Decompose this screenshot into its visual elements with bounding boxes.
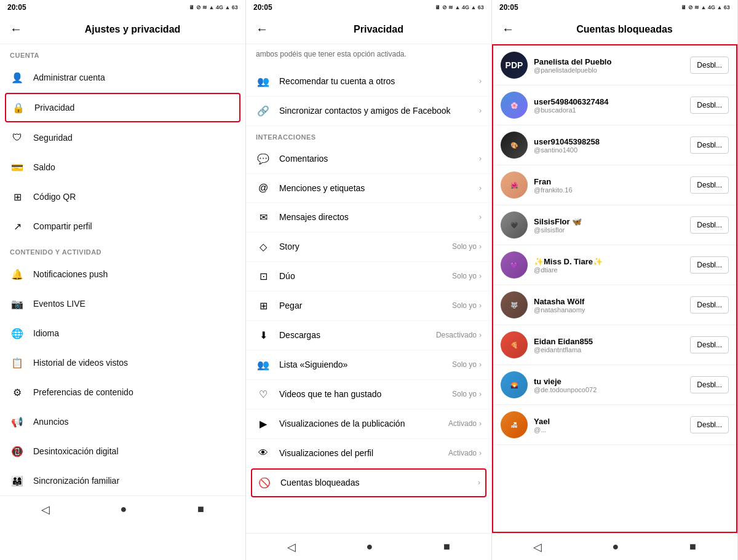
nav-apps-2[interactable]: ■ bbox=[443, 540, 450, 553]
blocked-back-arrow[interactable]: ← bbox=[502, 22, 514, 36]
svg-text:🖥 ⊘ ≋ ▲ 4G ▲ 63%: 🖥 ⊘ ≋ ▲ 4G ▲ 63% bbox=[435, 4, 484, 10]
anuncios-icon: 📢 bbox=[10, 414, 25, 429]
unblock-btn-6[interactable]: Desbl... bbox=[690, 296, 729, 314]
blocked-item-3: 🌺 Fran @frankito.16 Desbl... bbox=[493, 165, 736, 205]
qr-label: Código QR bbox=[33, 192, 76, 202]
blocked-header: ← Cuentas bloqueadas bbox=[492, 15, 737, 44]
nav-apps-3[interactable]: ■ bbox=[689, 540, 696, 553]
unblock-btn-7[interactable]: Desbl... bbox=[690, 336, 729, 353]
unblock-btn-2[interactable]: Desbl... bbox=[690, 136, 729, 154]
idioma-label: Idioma bbox=[33, 328, 59, 338]
blocked-handle-1: @buscadora1 bbox=[534, 106, 685, 114]
comentarios-icon: 💬 bbox=[256, 153, 271, 165]
desintox-label: Desintoxicación digital bbox=[33, 446, 119, 456]
unblock-btn-3[interactable]: Desbl... bbox=[690, 176, 729, 194]
blocked-handle-7: @eidantntflama bbox=[534, 346, 685, 353]
nav-back-3[interactable]: ◁ bbox=[533, 540, 542, 554]
privacy-visualizaciones-pub[interactable]: ▶ Visualizaciones de la publicación Acti… bbox=[246, 409, 491, 439]
menu-historial[interactable]: 📋 Historial de videos vistos bbox=[0, 348, 245, 377]
blocked-name-3: Fran bbox=[534, 177, 685, 186]
menciones-label: Menciones y etiquetas bbox=[279, 183, 479, 193]
svg-text:🖥 ⊘ ≋ ▲ 4G ▲ 63%: 🖥 ⊘ ≋ ▲ 4G ▲ 63% bbox=[681, 4, 730, 10]
blocked-info-5: ✨Miss D. Tiare✨ @dtiare bbox=[534, 257, 685, 274]
status-icons-1: 🖥 ⊘ ≋ ▲ 4G ▲ 63% bbox=[189, 2, 238, 12]
privacy-cuentas-bloqueadas[interactable]: 🚫 Cuentas bloqueadas › bbox=[251, 468, 486, 497]
privacy-mensajes[interactable]: ✉ Mensajes directos › bbox=[246, 203, 491, 232]
panel-blocked: 20:05 🖥 ⊘ ≋ ▲ 4G ▲ 63% ← Cuentas bloquea… bbox=[492, 0, 738, 560]
unblock-btn-4[interactable]: Desbl... bbox=[690, 216, 729, 234]
privacy-visualizaciones-perfil[interactable]: 👁 Visualizaciones del perfil Activado › bbox=[246, 439, 491, 468]
blocked-item-8: 🌄 tu vieje @de.todounpoco072 Desbl... bbox=[493, 365, 736, 405]
menu-notificaciones[interactable]: 🔔 Notificaciones push bbox=[0, 259, 245, 289]
historial-icon: 📋 bbox=[10, 355, 25, 370]
unblock-btn-5[interactable]: Desbl... bbox=[690, 256, 729, 274]
blocked-handle-3: @frankito.16 bbox=[534, 186, 685, 194]
eventos-icon: 📷 bbox=[10, 296, 25, 311]
privacy-videos-gustado[interactable]: ♡ Videos que te han gustado Solo yo › bbox=[246, 380, 491, 409]
blocked-item-7: 🍕 Eidan Eidan855 @eidantntflama Desbl... bbox=[493, 325, 736, 365]
privacy-comentarios[interactable]: 💬 Comentarios › bbox=[246, 144, 491, 174]
unblock-btn-0[interactable]: Desbl... bbox=[690, 57, 729, 74]
blocked-item-6: 🐺 Natasha Wölf @natashanaomy Desbl... bbox=[493, 285, 736, 325]
menciones-chevron: › bbox=[479, 184, 482, 192]
settings-back-arrow[interactable]: ← bbox=[10, 22, 22, 36]
vispub-icon: ▶ bbox=[256, 418, 271, 430]
nav-home-1[interactable]: ● bbox=[121, 503, 127, 516]
blocked-handle-8: @de.todounpoco072 bbox=[534, 386, 685, 393]
privacy-recomendar[interactable]: 👥 Recomendar tu cuenta a otros › bbox=[246, 67, 491, 97]
menu-idioma[interactable]: 🌐 Idioma bbox=[0, 318, 245, 348]
unblock-btn-8[interactable]: Desbl... bbox=[690, 376, 729, 393]
blocked-info-1: user5498406327484 @buscadora1 bbox=[534, 97, 685, 114]
privacy-lista-siguiendo[interactable]: 👥 Lista «Siguiendo» Solo yo › bbox=[246, 350, 491, 380]
visperfil-chevron: › bbox=[479, 449, 482, 457]
nav-apps-1[interactable]: ■ bbox=[197, 503, 204, 516]
menu-anuncios[interactable]: 📢 Anuncios bbox=[0, 407, 245, 436]
blocked-name-7: Eidan Eidan855 bbox=[534, 337, 685, 346]
avatar-1: 🌸 bbox=[501, 92, 528, 119]
privacy-menciones[interactable]: @ Menciones y etiquetas › bbox=[246, 174, 491, 203]
blocked-info-4: SilsisFlor 🦋 @silsisflor bbox=[534, 217, 685, 234]
menu-compartir-perfil[interactable]: ↗ Compartir perfil bbox=[0, 211, 245, 241]
menu-codigo-qr[interactable]: ⊞ Código QR bbox=[0, 182, 245, 211]
privacy-story[interactable]: ◇ Story Solo yo › bbox=[246, 232, 491, 262]
menu-seguridad[interactable]: 🛡 Seguridad bbox=[0, 123, 245, 152]
story-value: Solo yo bbox=[452, 242, 477, 251]
visperfil-value: Activado bbox=[448, 449, 477, 457]
menu-privacidad[interactable]: 🔒 Privacidad bbox=[5, 93, 240, 122]
privacy-pegar[interactable]: ⊞ Pegar Solo yo › bbox=[246, 291, 491, 321]
nav-back-1[interactable]: ◁ bbox=[41, 503, 50, 516]
nav-home-3[interactable]: ● bbox=[613, 540, 619, 553]
lista-value: Solo yo bbox=[452, 360, 477, 369]
menu-eventos-live[interactable]: 📷 Eventos LIVE bbox=[0, 289, 245, 318]
notif-icon: 🔔 bbox=[10, 267, 25, 282]
menu-preferencias[interactable]: ⚙ Preferencias de contenido bbox=[0, 377, 245, 407]
privacy-sincronizar[interactable]: 🔗 Sincronizar contactos y amigos de Face… bbox=[246, 97, 491, 126]
status-bar-1: 20:05 🖥 ⊘ ≋ ▲ 4G ▲ 63% bbox=[0, 0, 245, 15]
pref-icon: ⚙ bbox=[10, 385, 25, 400]
menu-administrar-cuenta[interactable]: 👤 Administrar cuenta bbox=[0, 63, 245, 92]
story-chevron: › bbox=[479, 242, 482, 251]
bottom-nav-3: ◁ ● ■ bbox=[492, 533, 737, 560]
visperfil-label: Visualizaciones del perfil bbox=[279, 448, 448, 458]
privacy-title: Privacidad bbox=[276, 24, 482, 35]
settings-header: ← Ajustes y privacidad bbox=[0, 15, 245, 44]
blocked-name-4: SilsisFlor 🦋 bbox=[534, 217, 685, 226]
privacy-descargas[interactable]: ⬇ Descargas Desactivado › bbox=[246, 321, 491, 350]
nav-back-2[interactable]: ◁ bbox=[287, 540, 296, 554]
menu-sincronizacion[interactable]: 👨‍👩‍👧 Sincronización familiar bbox=[0, 466, 245, 495]
privacy-back-arrow[interactable]: ← bbox=[256, 22, 268, 36]
blocked-item-5: 💜 ✨Miss D. Tiare✨ @dtiare Desbl... bbox=[493, 245, 736, 285]
administrar-icon: 👤 bbox=[10, 70, 25, 85]
unblock-btn-1[interactable]: Desbl... bbox=[690, 97, 729, 114]
menu-desintox[interactable]: 📵 Desintoxicación digital bbox=[0, 436, 245, 466]
menu-saldo[interactable]: 💳 Saldo bbox=[0, 152, 245, 182]
blocked-info-2: user91045398258 @santino1400 bbox=[534, 137, 685, 154]
avatar-7: 🍕 bbox=[501, 331, 528, 358]
svg-text:🖥 ⊘ ≋ ▲ 4G ▲ 63%: 🖥 ⊘ ≋ ▲ 4G ▲ 63% bbox=[189, 4, 238, 10]
unblock-btn-9[interactable]: Desbl... bbox=[690, 416, 729, 433]
nav-home-2[interactable]: ● bbox=[367, 540, 373, 553]
blocked-name-6: Natasha Wölf bbox=[534, 297, 685, 306]
privacy-duo[interactable]: ⊡ Dúo Solo yo › bbox=[246, 262, 491, 291]
status-icons-2: 🖥 ⊘ ≋ ▲ 4G ▲ 63% bbox=[435, 2, 484, 12]
status-icons-3: 🖥 ⊘ ≋ ▲ 4G ▲ 63% bbox=[681, 2, 730, 12]
